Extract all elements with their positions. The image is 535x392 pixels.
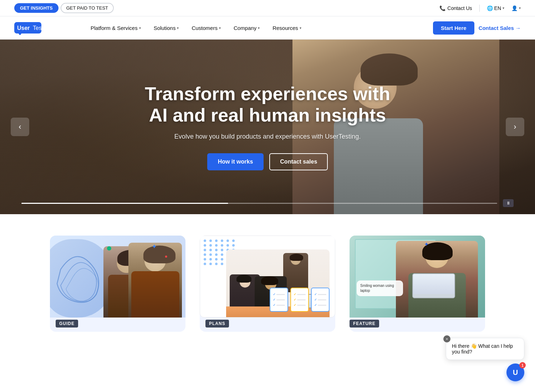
green-dot bbox=[107, 246, 111, 251]
nav-company[interactable]: Company ▾ bbox=[229, 22, 265, 34]
nav-label: Customers bbox=[192, 25, 218, 31]
main-nav: User Testing Platform & Services ▾ Solut… bbox=[0, 16, 535, 40]
top-bar: GET INSIGHTS GET PAID TO TEST 📞 Contact … bbox=[0, 0, 535, 16]
nav-actions: Start Here Contact Sales → bbox=[433, 21, 521, 35]
nav-label: Platform & Services bbox=[91, 25, 138, 31]
nav-platform-services[interactable]: Platform & Services ▾ bbox=[86, 22, 146, 34]
plans-card-image: ✓ ✓ ✓ ✓ ✓ ✓ ✓ ✓ ✓ bbox=[200, 236, 335, 318]
divider bbox=[479, 5, 480, 12]
get-paid-button[interactable]: GET PAID TO TEST bbox=[61, 3, 114, 13]
contact-us-link[interactable]: 📞 Contact Us bbox=[439, 5, 472, 11]
chevron-down-icon: ▾ bbox=[139, 26, 141, 30]
how-it-works-button[interactable]: How it works bbox=[207, 153, 264, 170]
chevron-down-icon: ▾ bbox=[519, 6, 521, 10]
progress-active bbox=[21, 203, 228, 204]
lang-label: EN bbox=[494, 5, 501, 11]
feature-chat-bubble: Smiling woman using laptop bbox=[357, 280, 403, 296]
get-insights-button[interactable]: GET INSIGHTS bbox=[14, 3, 58, 13]
feature-card[interactable]: ✦ Smiling woman using laptop FEATURE bbox=[350, 236, 485, 332]
nav-solutions[interactable]: Solutions ▾ bbox=[149, 22, 184, 34]
plans-card[interactable]: ✓ ✓ ✓ ✓ ✓ ✓ ✓ ✓ ✓ PLANS bbox=[200, 236, 335, 332]
chevron-down-icon: ▾ bbox=[258, 26, 260, 30]
feature-card-image: ✦ Smiling woman using laptop bbox=[350, 236, 485, 318]
hero-progress: ⏸ bbox=[0, 199, 535, 207]
hero-subtitle: Evolve how you build products and experi… bbox=[141, 133, 394, 140]
svg-marker-3 bbox=[19, 33, 21, 35]
hero-content: Transform experiences with AI and real h… bbox=[134, 83, 401, 171]
nav-links: Platform & Services ▾ Solutions ▾ Custom… bbox=[86, 22, 433, 34]
guide-card-image: ✦ ● bbox=[50, 236, 185, 318]
guide-card-label: GUIDE bbox=[56, 320, 78, 327]
plans-card-label: PLANS bbox=[205, 320, 229, 327]
feature-card-label: FEATURE bbox=[350, 320, 379, 327]
user-icon: 👤 bbox=[511, 5, 518, 11]
chat-close-button[interactable]: × bbox=[443, 335, 450, 342]
hero-section: Transform experiences with AI and real h… bbox=[0, 40, 535, 214]
feature-card-bg: ✦ Smiling woman using laptop bbox=[350, 236, 485, 318]
nav-resources[interactable]: Resources ▾ bbox=[268, 22, 306, 34]
sparkle-blue-icon: ✦ bbox=[424, 241, 429, 248]
hero-contact-sales-button[interactable]: Contact sales bbox=[269, 153, 328, 170]
chevron-down-icon: ▾ bbox=[300, 26, 301, 30]
cards-section: ✦ ● GUIDE bbox=[0, 214, 535, 346]
hero-next-button[interactable]: › bbox=[506, 118, 524, 136]
svg-text:Testing: Testing bbox=[33, 25, 51, 31]
start-here-button[interactable]: Start Here bbox=[433, 21, 474, 35]
chevron-down-icon: ▾ bbox=[503, 6, 504, 10]
chevron-down-icon: ▾ bbox=[177, 26, 179, 30]
checklist-boxes: ✓ ✓ ✓ ✓ ✓ ✓ ✓ ✓ ✓ bbox=[270, 288, 330, 312]
woman-with-laptop bbox=[396, 241, 478, 318]
chat-message: Hi there 👋 What can I help you find? bbox=[452, 343, 513, 346]
user-menu[interactable]: 👤 ▾ bbox=[511, 5, 521, 11]
hero-title: Transform experiences with AI and real h… bbox=[141, 83, 394, 126]
hero-prev-button[interactable]: ‹ bbox=[11, 118, 29, 136]
chat-bubble: × Hi there 👋 What can I help you find? bbox=[446, 338, 524, 346]
top-bar-right: 📞 Contact Us 🌐 EN ▾ 👤 ▾ bbox=[439, 5, 521, 12]
chevron-down-icon: ▾ bbox=[219, 26, 221, 30]
chat-widget: × Hi there 👋 What can I help you find? U… bbox=[446, 338, 524, 346]
hero-buttons: How it works Contact sales bbox=[141, 153, 394, 170]
globe-icon: 🌐 bbox=[487, 5, 493, 11]
red-dot-icon: ● bbox=[165, 253, 168, 259]
nav-label: Solutions bbox=[154, 25, 176, 31]
nav-customers[interactable]: Customers ▾ bbox=[187, 22, 226, 34]
logo-svg: User Testing bbox=[14, 21, 71, 35]
progress-inactive bbox=[228, 203, 497, 204]
nav-label: Company bbox=[234, 25, 256, 31]
phone-icon: 📞 bbox=[439, 5, 445, 11]
guide-card[interactable]: ✦ ● GUIDE bbox=[50, 236, 185, 332]
contact-sales-nav-button[interactable]: Contact Sales → bbox=[479, 25, 521, 31]
sparkle-icon: ✦ bbox=[152, 243, 157, 251]
contact-us-label: Contact Us bbox=[447, 5, 472, 11]
logo[interactable]: User Testing bbox=[14, 21, 71, 35]
nav-label: Resources bbox=[272, 25, 298, 31]
top-bar-left: GET INSIGHTS GET PAID TO TEST bbox=[14, 3, 114, 13]
pause-button[interactable]: ⏸ bbox=[503, 199, 514, 207]
language-selector[interactable]: 🌐 EN ▾ bbox=[487, 5, 504, 11]
svg-text:User: User bbox=[17, 25, 30, 31]
